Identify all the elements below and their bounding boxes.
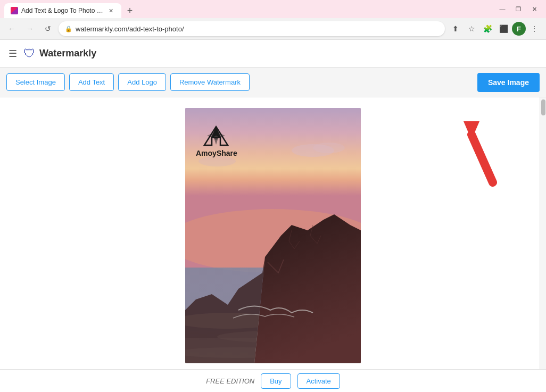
lock-icon: 🔒: [65, 26, 72, 32]
buy-button[interactable]: Buy: [261, 373, 291, 389]
new-tab-button[interactable]: +: [122, 3, 137, 18]
profile-button[interactable]: F: [512, 22, 526, 36]
window-controls: — ❐ ✕: [495, 4, 542, 14]
address-actions: ⬆ ☆ 🧩 ⬛ F ⋮: [448, 21, 542, 36]
app-content: ☰ 🛡 Watermarkly Select Image Add Text Ad…: [0, 40, 546, 392]
maximize-button[interactable]: ❐: [511, 4, 526, 14]
address-bar: ← → ↺ 🔒 watermarkly.com/add-text-to-phot…: [0, 18, 546, 39]
svg-point-7: [313, 143, 345, 153]
title-bar: Add Text & Logo To Photo On ✕ + — ❐ ✕: [0, 0, 546, 18]
share-icon[interactable]: ⬆: [448, 21, 463, 36]
forward-button[interactable]: →: [22, 21, 37, 36]
image-logo-overlay: AmoyShare: [196, 124, 237, 157]
add-logo-button[interactable]: Add Logo: [118, 73, 166, 91]
back-button[interactable]: ←: [4, 21, 19, 36]
free-edition-label: FREE EDITION: [206, 377, 254, 385]
tab-favicon-icon: [11, 7, 18, 14]
close-button[interactable]: ✕: [527, 4, 542, 14]
address-input[interactable]: 🔒 watermarkly.com/add-text-to-photo/: [59, 21, 445, 36]
remove-watermark-button[interactable]: Remove Watermark: [170, 73, 250, 91]
activate-button[interactable]: Activate: [297, 373, 340, 389]
address-url-text: watermarkly.com/add-text-to-photo/: [76, 25, 184, 33]
hamburger-menu-button[interactable]: ☰: [6, 46, 19, 62]
app-logo-text: Watermarkly: [39, 48, 96, 59]
tab-close-button[interactable]: ✕: [106, 6, 115, 15]
scrollbar[interactable]: [540, 97, 546, 369]
app-logo-icon: 🛡: [23, 47, 35, 61]
toolbar: Select Image Add Text Add Logo Remove Wa…: [0, 68, 546, 97]
minimize-button[interactable]: —: [495, 4, 510, 14]
tab-title: Add Text & Logo To Photo On: [21, 7, 103, 14]
bookmark-icon[interactable]: ☆: [464, 21, 479, 36]
amoyshare-logo-icon: [202, 124, 231, 148]
image-wrapper: AmoyShare: [185, 108, 361, 363]
select-image-button[interactable]: Select Image: [6, 73, 65, 91]
add-text-button[interactable]: Add Text: [69, 73, 114, 91]
active-tab[interactable]: Add Text & Logo To Photo On ✕: [4, 3, 121, 18]
save-image-button[interactable]: Save Image: [477, 73, 540, 92]
reload-button[interactable]: ↺: [40, 21, 55, 36]
arrow-annotation: [461, 119, 503, 172]
sidebar-icon[interactable]: ⬛: [496, 21, 511, 36]
scrollbar-thumb[interactable]: [541, 99, 545, 115]
tab-area: Add Text & Logo To Photo On ✕ +: [4, 0, 493, 18]
bottom-bar: FREE EDITION Buy Activate: [0, 369, 546, 392]
main-area: AmoyShare: [0, 97, 546, 369]
app-nav: ☰ 🛡 Watermarkly: [0, 40, 546, 68]
image-background: AmoyShare: [185, 108, 361, 363]
extensions-icon[interactable]: 🧩: [480, 21, 495, 36]
svg-point-8: [198, 156, 236, 166]
menu-icon[interactable]: ⋮: [527, 21, 542, 36]
image-logo-text: AmoyShare: [196, 149, 237, 157]
